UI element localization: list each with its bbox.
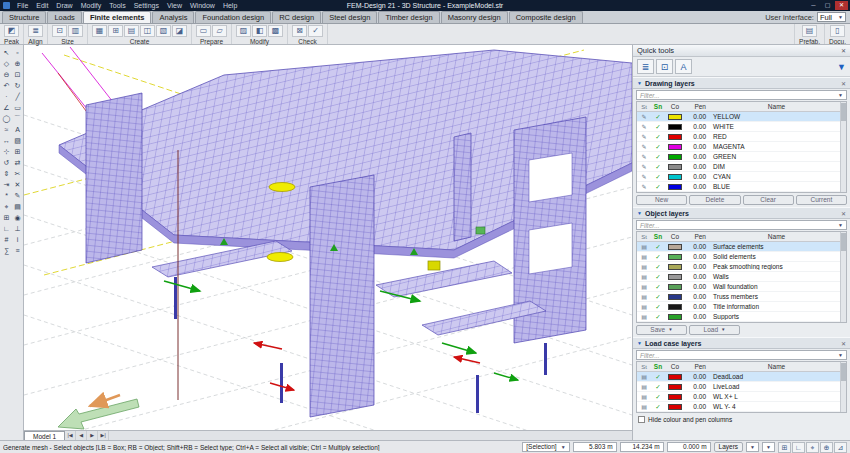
spline-tool-icon[interactable]: ≈ <box>1 124 12 135</box>
load-case-row[interactable]: ▤ ✓ 0.00 WL X+ L <box>637 392 846 402</box>
layers-stack-icon[interactable]: ≣ <box>637 59 654 74</box>
layer-color-swatch[interactable] <box>668 304 682 310</box>
stretch-tool-icon[interactable]: ⇕ <box>1 168 12 179</box>
tab-structure[interactable]: Structure <box>2 11 46 23</box>
layer-color-swatch[interactable] <box>668 114 682 120</box>
layer-visible-check[interactable]: ✓ <box>651 153 665 161</box>
layer-print-icon[interactable]: ▤ <box>637 243 651 250</box>
layers-tool-icon[interactable]: ▤ <box>12 201 23 212</box>
zoom-fit-icon[interactable]: ⊕ <box>820 442 833 453</box>
current-layer-button[interactable]: Current <box>796 195 847 205</box>
layer-status-icon[interactable]: ✎ <box>637 123 651 130</box>
text-tool-icon[interactable]: A <box>12 124 23 135</box>
layer-color-swatch[interactable] <box>668 404 682 410</box>
docu-icon[interactable]: ▯ <box>830 25 845 37</box>
merge-nodes-icon[interactable]: ◧ <box>252 25 267 37</box>
check-ok-icon[interactable]: ✓ <box>308 25 323 37</box>
grid-tool-icon[interactable]: ⊞ <box>1 212 12 223</box>
layer-print-icon[interactable]: ▤ <box>637 293 651 300</box>
scrollbar[interactable] <box>840 232 846 322</box>
pan-icon[interactable]: ◇ <box>1 58 12 69</box>
filter-icon[interactable]: ▼ <box>837 62 846 72</box>
layer-visible-check[interactable]: ✓ <box>651 313 665 321</box>
object-snap-icon[interactable]: ⌖ <box>806 442 819 453</box>
grid-snap-icon[interactable]: ⊞ <box>778 442 791 453</box>
model-next-button[interactable]: ▶ <box>87 431 98 440</box>
scrollbar[interactable] <box>840 362 846 412</box>
layer-color-swatch[interactable] <box>668 294 682 300</box>
modify-mesh-icon[interactable]: ▨ <box>236 25 251 37</box>
tab-foundation-design[interactable]: Foundation design <box>195 11 271 23</box>
numbering-tool-icon[interactable]: # <box>1 234 12 245</box>
layers-button[interactable]: Layers <box>714 442 744 452</box>
section-header-drawing-layers[interactable]: ▼ Drawing layers ✕ <box>633 77 850 89</box>
delete-layer-button[interactable]: Delete <box>689 195 740 205</box>
layer-print-icon[interactable]: ▤ <box>637 283 651 290</box>
line-tool-icon[interactable]: ╱ <box>12 91 23 102</box>
drawing-layer-row[interactable]: ✎ ✓ 0.00 MAGENTA <box>637 142 846 152</box>
drawing-layer-row[interactable]: ✎ ✓ 0.00 WHITE <box>637 122 846 132</box>
object-layers-filter-input[interactable]: Filter... ▼ <box>636 220 847 230</box>
snap-dropdown[interactable]: ▼ <box>762 442 775 452</box>
layer-color-swatch[interactable] <box>668 134 682 140</box>
drawing-layer-row[interactable]: ✎ ✓ 0.00 CYAN <box>637 172 846 182</box>
circle-tool-icon[interactable]: ◯ <box>1 113 12 124</box>
scrollbar[interactable] <box>840 102 846 192</box>
tab-composite-design[interactable]: Composite design <box>509 11 583 23</box>
layer-visible-check[interactable]: ✓ <box>651 373 665 381</box>
panel-close-icon[interactable]: ✕ <box>841 47 846 54</box>
layer-print-icon[interactable]: ▤ <box>637 383 651 390</box>
object-layer-row[interactable]: ▤ ✓ 0.00 Title information <box>637 302 846 312</box>
collapse-arrow-icon[interactable]: ▼ <box>637 340 642 346</box>
division-icon[interactable]: ▥ <box>68 25 83 37</box>
layer-color-swatch[interactable] <box>668 144 682 150</box>
arc-tool-icon[interactable]: ⌒ <box>12 113 23 124</box>
move-tool-icon[interactable]: ⊹ <box>1 146 12 157</box>
layer-color-swatch[interactable] <box>668 314 682 320</box>
mesh-settings-icon[interactable]: ◪ <box>172 25 187 37</box>
layer-color-swatch[interactable] <box>668 284 682 290</box>
polyline-tool-icon[interactable]: ∠ <box>1 102 12 113</box>
checkbox[interactable] <box>638 416 645 423</box>
rectangle-tool-icon[interactable]: ▭ <box>12 102 23 113</box>
menu-tools[interactable]: Tools <box>105 2 129 9</box>
delete-tool-icon[interactable]: ✕ <box>12 179 23 190</box>
layer-visible-check[interactable]: ✓ <box>651 303 665 311</box>
select-arrow-icon[interactable]: ↖ <box>1 47 12 58</box>
ortho-tool-icon[interactable]: ∟ <box>1 223 12 234</box>
extend-tool-icon[interactable]: ⇥ <box>1 179 12 190</box>
snap-tool-icon[interactable]: ◉ <box>12 212 23 223</box>
annotation-icon[interactable]: A <box>675 59 692 74</box>
layer-print-icon[interactable]: ▤ <box>637 303 651 310</box>
section-close-icon[interactable]: ✕ <box>841 340 846 347</box>
layer-visible-check[interactable]: ✓ <box>651 293 665 301</box>
quad-mesh-icon[interactable]: ⊞ <box>108 25 123 37</box>
tab-analysis[interactable]: Analysis <box>152 11 194 23</box>
mirror-tool-icon[interactable]: ⇄ <box>12 157 23 168</box>
zoom-previous-icon[interactable]: ↶ <box>1 80 12 91</box>
align-icon[interactable]: ≣ <box>28 25 43 37</box>
prefab-icon[interactable]: ▤ <box>802 25 817 37</box>
object-layer-row[interactable]: ▤ ✓ 0.00 Peak smoothing regions <box>637 262 846 272</box>
layer-visible-check[interactable]: ✓ <box>651 383 665 391</box>
layer-visible-check[interactable]: ✓ <box>651 273 665 281</box>
layer-color-swatch[interactable] <box>668 394 682 400</box>
load-layers-button[interactable]: Load▼ <box>689 325 740 335</box>
zoom-window-icon[interactable]: ⊡ <box>12 69 23 80</box>
layer-print-icon[interactable]: ▤ <box>637 273 651 280</box>
layer-print-icon[interactable]: ▤ <box>637 403 651 410</box>
layer-color-swatch[interactable] <box>668 124 682 130</box>
solid-mesh-icon[interactable]: ◫ <box>140 25 155 37</box>
viewport[interactable]: Model 1 |◀◀▶▶| <box>24 45 632 440</box>
model-first-button[interactable]: |◀ <box>65 431 76 440</box>
menu-settings[interactable]: Settings <box>130 2 163 9</box>
menu-help[interactable]: Help <box>219 2 241 9</box>
refine-mesh-icon[interactable]: ▧ <box>156 25 171 37</box>
generate-mesh-icon[interactable]: ▦ <box>92 25 107 37</box>
load-case-filter-input[interactable]: Filter... ▼ <box>636 350 847 360</box>
hide-columns-option[interactable]: Hide colour and pen columns <box>633 413 850 426</box>
info-tool-icon[interactable]: i <box>12 234 23 245</box>
object-layer-row[interactable]: ▤ ✓ 0.00 Wall foundation <box>637 282 846 292</box>
layer-color-swatch[interactable] <box>668 384 682 390</box>
menu-window[interactable]: Window <box>186 2 219 9</box>
